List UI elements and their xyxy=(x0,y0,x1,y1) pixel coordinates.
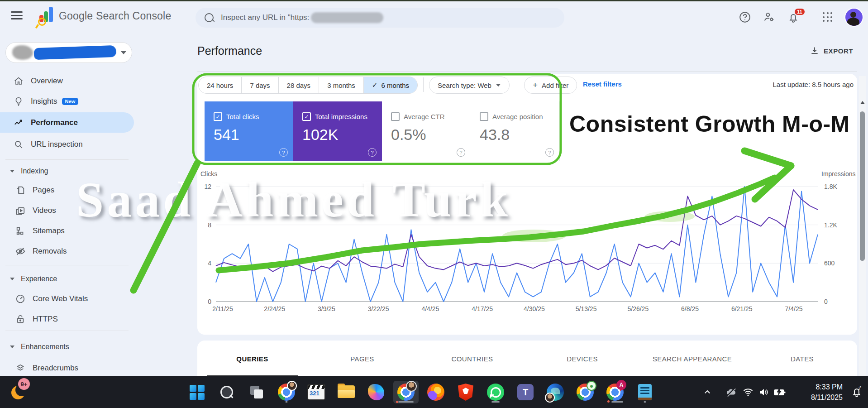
help-icon[interactable]: ? xyxy=(545,148,554,157)
divider xyxy=(5,331,129,331)
whatsapp-button[interactable] xyxy=(484,381,507,403)
right-axis-title: Impressions xyxy=(821,170,855,178)
divider xyxy=(197,71,857,72)
sidebar-section-enhancements[interactable]: Enhancements xyxy=(0,339,134,355)
sidebar-item-removals[interactable]: Removals xyxy=(0,242,134,260)
performance-chart[interactable]: ClicksImpressions128401.8K1.2K60002/11/2… xyxy=(197,168,857,320)
tab-pages[interactable]: PAGES xyxy=(307,341,417,377)
chevron-down-icon xyxy=(10,346,14,348)
checkbox-unchecked-icon[interactable] xyxy=(391,112,400,121)
metric-card-average-position[interactable]: Average position 43.8 ? xyxy=(471,101,559,161)
tab-countries[interactable]: COUNTRIES xyxy=(417,341,527,377)
export-button[interactable]: EXPORT xyxy=(810,46,853,55)
metric-label: Average position xyxy=(492,113,543,120)
help-icon[interactable]: ? xyxy=(368,148,377,157)
chrome-profile-1-button[interactable] xyxy=(275,381,298,403)
tab-dates[interactable]: DATES xyxy=(747,341,857,377)
account-avatar[interactable] xyxy=(844,8,863,27)
left-axis-tick: 12 xyxy=(193,183,211,190)
x-axis-tick: 5/26/25 xyxy=(627,305,649,312)
sidebar-item-label: Core Web Vitals xyxy=(33,294,88,303)
battery-charging-icon[interactable] xyxy=(773,384,787,400)
scrollbar-thumb[interactable] xyxy=(860,111,865,261)
clock-date: 8/11/2025 xyxy=(811,392,843,403)
scrollbar[interactable] xyxy=(859,76,866,376)
export-label: EXPORT xyxy=(824,47,853,55)
tab-queries[interactable]: QUERIES xyxy=(197,341,307,377)
chevron-down-icon xyxy=(10,170,14,173)
media-player-classic-button[interactable]: 321 xyxy=(305,381,328,403)
eye-off-icon xyxy=(15,246,25,256)
tab-7-days[interactable]: 7 days xyxy=(242,77,278,93)
sidebar-item-insights[interactable]: Insights New xyxy=(0,92,134,111)
search-type-dropdown[interactable]: Search type: Web xyxy=(429,77,510,94)
sidebar-item-sitemaps[interactable]: Sitemaps xyxy=(0,222,134,240)
teams-button[interactable]: T xyxy=(514,381,537,403)
wifi-icon[interactable] xyxy=(741,384,755,400)
taskbar-overflow-app-icon[interactable]: 9+ xyxy=(8,381,31,403)
profile-avatar-badge xyxy=(406,381,417,392)
running-indicator xyxy=(491,401,500,403)
reset-filters-link[interactable]: Reset filters xyxy=(583,80,622,88)
copilot-button[interactable] xyxy=(365,381,387,403)
sidebar-section-experience[interactable]: Experience xyxy=(0,271,134,287)
metric-label: Average CTR xyxy=(404,113,445,120)
checkbox-unchecked-icon[interactable] xyxy=(480,112,488,121)
tab-24-hours[interactable]: 24 hours xyxy=(199,77,242,93)
metric-card-total-clicks[interactable]: ✓ Total clicks 541 ? xyxy=(205,101,293,161)
chrome-profile-2-button[interactable]: ☻ xyxy=(574,381,596,403)
sidebar-item-core-web-vitals[interactable]: Core Web Vitals xyxy=(0,290,134,308)
metric-card-average-ctr[interactable]: Average CTR 0.5% ? xyxy=(382,101,471,161)
url-inspect-search-input[interactable]: Inspect any URL in "https: xyxy=(196,8,564,28)
taskbar-clock[interactable]: 8:33 PM 8/11/2025 xyxy=(811,382,843,403)
help-icon[interactable]: ? xyxy=(279,148,288,157)
sidebar-item-breadcrumbs[interactable]: Breadcrumbs xyxy=(0,359,134,377)
checkbox-checked-icon[interactable]: ✓ xyxy=(214,112,222,121)
chrome-profile-3-button[interactable]: A xyxy=(604,381,626,403)
user-settings-icon[interactable] xyxy=(763,11,775,23)
svg-text:z: z xyxy=(860,385,861,389)
tab-3-months[interactable]: 3 months xyxy=(319,77,364,93)
tab-28-days[interactable]: 28 days xyxy=(279,77,320,93)
metric-card-total-impressions[interactable]: ✓ Total impressions 102K ? xyxy=(293,101,382,161)
property-selector[interactable] xyxy=(5,42,132,63)
onedrive-offline-icon[interactable] xyxy=(724,384,738,400)
focus-assist-bell-icon[interactable]: z z xyxy=(851,385,863,401)
chrome-active-window-button[interactable] xyxy=(393,381,419,403)
sidebar-section-indexing[interactable]: Indexing xyxy=(0,163,134,179)
notepad-button[interactable] xyxy=(634,381,656,403)
tab-search-appearance[interactable]: SEARCH APPEARANCE xyxy=(637,341,747,377)
profile-avatar-badge xyxy=(545,393,555,403)
edge-button[interactable] xyxy=(544,381,567,403)
sidebar-item-https[interactable]: HTTPS xyxy=(0,310,134,328)
scroll-up-arrow[interactable] xyxy=(860,101,865,104)
file-explorer-button[interactable] xyxy=(335,381,358,403)
sidebar-item-performance[interactable]: Performance xyxy=(0,112,134,133)
volume-icon[interactable] xyxy=(757,384,770,400)
add-filter-button[interactable]: + Add filter xyxy=(524,77,577,94)
sidebar-item-url-inspection[interactable]: URL inspection xyxy=(0,135,134,154)
sidebar-item-overview[interactable]: Overview xyxy=(0,72,134,91)
hamburger-menu-icon[interactable] xyxy=(11,9,23,21)
metric-value: 541 xyxy=(214,126,239,144)
google-apps-grid-icon[interactable] xyxy=(823,12,833,22)
windows-logo-icon xyxy=(190,385,205,400)
last-update-text: Last update: 8.5 hours ago xyxy=(773,81,854,88)
taskbar-search-button[interactable] xyxy=(215,381,238,403)
tab-devices[interactable]: DEVICES xyxy=(527,341,637,377)
sidebar-item-videos[interactable]: Videos xyxy=(0,202,134,220)
windows-start-button[interactable] xyxy=(186,381,208,403)
help-icon[interactable] xyxy=(739,11,751,23)
annotation-headline: Consistent Growth M-o-M xyxy=(569,111,850,137)
tray-chevron-icon[interactable] xyxy=(701,384,714,400)
checkbox-checked-icon[interactable]: ✓ xyxy=(302,112,311,121)
task-view-button[interactable] xyxy=(245,381,268,403)
tab-6-months-selected[interactable]: ✓ 6 months xyxy=(364,77,417,93)
sidebar-item-pages[interactable]: Pages xyxy=(0,181,134,199)
notifications-bell-icon[interactable]: 11 xyxy=(787,11,799,23)
brave-button[interactable] xyxy=(454,381,477,403)
help-icon[interactable]: ? xyxy=(457,148,465,157)
firefox-button[interactable] xyxy=(424,381,447,403)
search-icon xyxy=(220,386,233,398)
clock-time: 8:33 PM xyxy=(811,382,843,392)
